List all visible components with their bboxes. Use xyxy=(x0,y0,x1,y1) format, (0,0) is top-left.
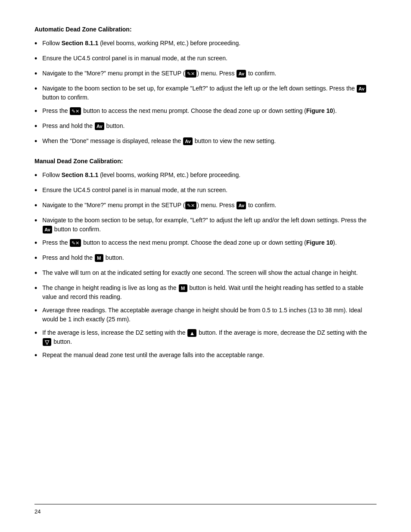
bullet-text: Ensure the UC4.5 control panel is in man… xyxy=(42,186,377,195)
list-item: • Follow Section 8.1.1 (level booms, wor… xyxy=(34,39,377,50)
auto-dead-zone-section: Automatic Dead Zone Calibration: • Follo… xyxy=(34,26,377,147)
list-item: • Ensure the UC4.5 control panel is in m… xyxy=(34,186,377,196)
list-item: • Navigate to the "More?" menu prompt in… xyxy=(34,201,377,212)
bullet-dot: • xyxy=(34,53,37,65)
bullet-text: Navigate to the boom section to be setup… xyxy=(42,216,377,234)
list-item: • If the average is less, increase the D… xyxy=(34,328,377,346)
bullet-dot: • xyxy=(34,350,37,361)
setup-icon: ✎✕ xyxy=(70,239,81,247)
m-button: M xyxy=(179,284,187,292)
list-item: • Press and hold the Av button. xyxy=(34,121,377,132)
bullet-text: The valve will turn on at the indicated … xyxy=(42,268,377,277)
auto-dead-zone-list: • Follow Section 8.1.1 (level booms, wor… xyxy=(34,39,377,147)
page-footer: 24 xyxy=(34,504,377,515)
list-item: • Follow Section 8.1.1 (level booms, wor… xyxy=(34,171,377,181)
list-item: • Press the ✎✕ button to access the next… xyxy=(34,106,377,117)
page: Automatic Dead Zone Calibration: • Follo… xyxy=(0,0,411,532)
manual-dead-zone-heading: Manual Dead Zone Calibration: xyxy=(34,158,377,165)
av-button: Av xyxy=(43,226,52,233)
list-item: • Navigate to the "More?" menu prompt in… xyxy=(34,69,377,80)
av-button: Av xyxy=(237,70,246,78)
bullet-dot: • xyxy=(34,106,37,117)
bullet-text: The change in height reading is live as … xyxy=(42,283,377,302)
bullet-dot: • xyxy=(34,283,37,294)
list-item: • Average three readings. The acceptable… xyxy=(34,306,377,324)
bullet-dot: • xyxy=(34,68,37,80)
bullet-dot: • xyxy=(34,215,37,227)
bullet-text: When the "Done" message is displayed, re… xyxy=(42,137,377,146)
up-button: ▲ xyxy=(187,329,196,337)
bullet-text: Navigate to the "More?" menu prompt in t… xyxy=(42,201,377,210)
setup-icon: ✎✕ xyxy=(185,70,196,78)
bold-text: Figure 10 xyxy=(306,239,333,246)
bullet-dot: • xyxy=(34,252,37,264)
list-item: • When the "Done" message is displayed, … xyxy=(34,137,377,147)
bold-text: Section 8.1.1 xyxy=(62,171,99,178)
bullet-dot: • xyxy=(34,38,37,50)
bullet-text: Ensure the UC4.5 control panel is in man… xyxy=(42,54,377,63)
manual-dead-zone-section: Manual Dead Zone Calibration: • Follow S… xyxy=(34,158,377,361)
bullet-text: Press the ✎✕ button to access the next m… xyxy=(42,238,377,247)
setup-icon: ✎✕ xyxy=(185,202,196,209)
list-item: • Ensure the UC4.5 control panel is in m… xyxy=(34,54,377,65)
list-item: • Navigate to the boom section to be set… xyxy=(34,84,377,102)
bullet-text: Navigate to the "More?" menu prompt in t… xyxy=(42,69,377,78)
page-number: 24 xyxy=(34,508,40,515)
bullet-text: Average three readings. The acceptable a… xyxy=(42,306,377,324)
bullet-dot: • xyxy=(34,268,37,279)
bold-text: Section 8.1.1 xyxy=(62,40,99,47)
bullet-text: Navigate to the boom section to be set u… xyxy=(42,84,377,102)
av-button: Av xyxy=(95,122,104,130)
bullet-dot: • xyxy=(34,121,37,132)
av-button: Av xyxy=(357,85,366,93)
av-button: Av xyxy=(183,137,193,145)
bullet-text: Press the ✎✕ button to access the next m… xyxy=(42,106,377,115)
bullet-dot: • xyxy=(34,237,37,249)
bullet-text: Repeat the manual dead zone test until t… xyxy=(42,351,377,360)
m-button: M xyxy=(95,254,103,262)
down-button: ▽ xyxy=(43,338,51,346)
manual-dead-zone-list: • Follow Section 8.1.1 (level booms, wor… xyxy=(34,171,377,361)
bullet-dot: • xyxy=(34,200,37,212)
av-button: Av xyxy=(237,202,246,209)
list-item: • Press the ✎✕ button to access the next… xyxy=(34,238,377,249)
list-item: • The change in height reading is live a… xyxy=(34,283,377,302)
bullet-text: If the average is less, increase the DZ … xyxy=(42,328,377,346)
bullet-dot: • xyxy=(34,83,37,95)
bullet-text: Follow Section 8.1.1 (level booms, worki… xyxy=(42,39,377,48)
bullet-dot: • xyxy=(34,185,37,196)
setup-icon: ✎✕ xyxy=(70,107,81,115)
bullet-text: Press and hold the Av button. xyxy=(42,121,377,131)
list-item: • Navigate to the boom section to be set… xyxy=(34,216,377,234)
bullet-text: Press and hold the M button. xyxy=(42,253,377,262)
list-item: • The valve will turn on at the indicate… xyxy=(34,268,377,279)
bullet-text: Follow Section 8.1.1 (level booms, worki… xyxy=(42,171,377,180)
list-item: • Press and hold the M button. xyxy=(34,253,377,264)
auto-dead-zone-heading: Automatic Dead Zone Calibration: xyxy=(34,26,377,33)
bullet-dot: • xyxy=(34,305,37,317)
bullet-dot: • xyxy=(34,170,37,181)
list-item: • Repeat the manual dead zone test until… xyxy=(34,351,377,361)
bullet-dot: • xyxy=(34,136,37,147)
bullet-dot: • xyxy=(34,327,37,339)
bold-text: Figure 10 xyxy=(306,107,333,114)
